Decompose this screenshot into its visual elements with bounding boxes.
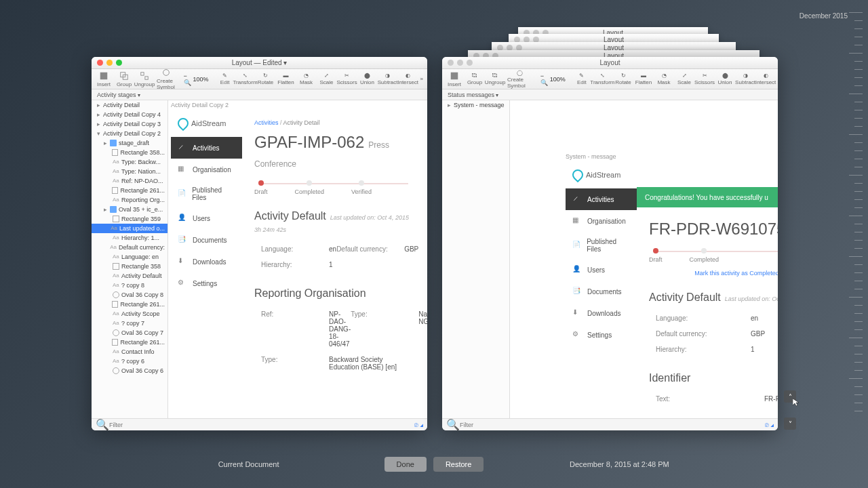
scale-button[interactable]: ⤢Scale	[319, 73, 335, 85]
layer-item[interactable]: AaActivity Default	[92, 271, 167, 281]
version-next-button[interactable]: ˅	[784, 418, 796, 430]
union-button[interactable]: ⬤Union	[359, 73, 376, 85]
nav-published-files[interactable]: 📄Published Files	[171, 180, 242, 207]
layer-item[interactable]: ▸Activity Detail Copy 4	[92, 110, 167, 119]
more-icon[interactable]: »	[420, 76, 423, 82]
layer-item[interactable]: Aa? copy 6	[92, 357, 167, 366]
layer-item[interactable]: AaContact Info	[92, 347, 167, 357]
filter-bar[interactable]: 🔍 ⎚ ◢	[92, 418, 427, 430]
nav-documents[interactable]: 📑Documents	[171, 229, 242, 251]
ungroup-button[interactable]: ⿻Ungroup	[487, 73, 503, 85]
layer-item[interactable]: Rectangle 358...	[92, 148, 167, 157]
filter-bar[interactable]: 🔍 ⎚ ◢	[442, 418, 778, 430]
subtract-button[interactable]: ◑Subtract	[737, 73, 753, 85]
nav-published-files[interactable]: 📄Published Files	[566, 232, 637, 259]
transform-button[interactable]: ⤡Transform	[237, 73, 254, 85]
layer-item[interactable]: Rectangle 261...	[92, 186, 167, 195]
insert-button[interactable]: Insert	[96, 71, 112, 87]
intersect-button[interactable]: ◐Intersect	[757, 73, 774, 85]
layer-item[interactable]: Rectangle 261...	[92, 338, 167, 347]
canvas-left[interactable]: Activity Detail Copy 2 AidStream ⟋Activi…	[168, 100, 427, 418]
layer-item[interactable]: ▸stage_draft	[92, 138, 167, 148]
layers-panel[interactable]: ▸Activity Detail▸Activity Detail Copy 4▸…	[92, 100, 168, 418]
restore-button[interactable]: Restore	[433, 457, 484, 472]
layer-item[interactable]: Rectangle 358	[92, 262, 167, 271]
rotate-button[interactable]: ↻Rotate	[258, 73, 274, 85]
layer-item[interactable]: Rectangle 261...	[92, 300, 167, 309]
insert-button[interactable]: Insert	[446, 71, 462, 87]
layer-item[interactable]: ▸Activity Detail	[92, 100, 167, 110]
titlebar-right[interactable]: Layout	[442, 57, 778, 69]
layer-item[interactable]: ▸System - message	[442, 100, 509, 110]
canvas-right[interactable]: System - message AidStream ⟋Activities▦O…	[510, 100, 778, 418]
nav-settings[interactable]: ⚙Settings	[566, 324, 637, 346]
mask-button[interactable]: ◔Mask	[656, 73, 672, 85]
edit-button[interactable]: ✎Edit	[574, 73, 590, 85]
layer-item[interactable]: Aa? copy 8	[92, 281, 167, 290]
intersect-button[interactable]: ◐Intersect	[400, 73, 416, 85]
zoom-control[interactable]: − 🔍 100%	[184, 73, 209, 86]
titlebar-left[interactable]: Layout — Edited ▾	[92, 57, 427, 69]
rotate-button[interactable]: ↻Rotate	[615, 73, 631, 85]
layer-item[interactable]: Oval 36 Copy 6	[92, 366, 167, 375]
create-symbol-button[interactable]: Create Symbol	[157, 68, 176, 90]
layers-panel[interactable]: ▸System - message	[442, 100, 510, 418]
breadcrumb-bar[interactable]: Status messages	[442, 89, 778, 100]
zoom-control[interactable]: − 🔍 100%	[540, 73, 566, 86]
scale-button[interactable]: ⤢Scale	[676, 73, 692, 85]
filter-input[interactable]	[109, 422, 414, 428]
layer-item[interactable]: Rectangle 359	[92, 214, 167, 224]
nav-downloads[interactable]: ⬇Downloads	[566, 302, 637, 324]
group-button[interactable]: ⿻Group	[467, 73, 483, 85]
layer-item[interactable]: AaDefault currency:	[92, 243, 167, 252]
zoom-icon[interactable]	[116, 60, 122, 66]
layer-item[interactable]: ▸Oval 35 + ic_e...	[92, 205, 167, 214]
layer-item[interactable]: AaType: Backw...	[92, 157, 167, 167]
union-button[interactable]: ⬤Union	[717, 73, 733, 85]
nav-documents[interactable]: 📑Documents	[566, 281, 637, 302]
layer-item[interactable]: AaLanguage: en	[92, 252, 167, 262]
close-icon[interactable]	[97, 60, 103, 66]
ungroup-button[interactable]: Ungroup	[136, 71, 153, 87]
transform-button[interactable]: ⤡Transform	[594, 73, 611, 85]
layer-item[interactable]: Oval 36 Copy 8	[92, 290, 167, 300]
filter-input[interactable]	[460, 422, 765, 428]
layer-item[interactable]: Aa? copy 7	[92, 319, 167, 328]
layer-item[interactable]: ▸Activity Detail Copy 3	[92, 119, 167, 129]
flatten-button[interactable]: ▬Flatten	[635, 73, 652, 85]
layer-item[interactable]: ▾Activity Detail Copy 2	[92, 129, 167, 138]
layer-item[interactable]: Oval 36 Copy 7	[92, 328, 167, 338]
layer-item[interactable]: AaReporting Org...	[92, 195, 167, 205]
app-logo: AidStream	[171, 110, 242, 137]
nav-activities[interactable]: ⟋Activities	[566, 188, 637, 210]
nav-organisation[interactable]: ▦Organisation	[566, 210, 637, 232]
subtract-button[interactable]: ◑Subtract	[380, 73, 396, 85]
cursor-icon	[793, 399, 801, 407]
scissors-button[interactable]: ✂Scissors	[696, 73, 713, 85]
nav-organisation[interactable]: ▦Organisation	[171, 159, 242, 180]
nav-users[interactable]: 👤Users	[171, 207, 242, 229]
layer-item[interactable]: AaLast updated o...	[92, 224, 167, 233]
done-button[interactable]: Done	[384, 457, 427, 472]
stage-completed: Completed	[690, 248, 719, 263]
flatten-button[interactable]: ▬Flatten	[278, 73, 294, 85]
layer-item[interactable]: AaActivity Scope	[92, 309, 167, 319]
breadcrumb-bar[interactable]: Activity stages	[92, 89, 427, 100]
scissors-button[interactable]: ✂Scissors	[339, 73, 355, 85]
create-symbol-button[interactable]: ◯Create Symbol	[507, 70, 532, 89]
mark-completed-link[interactable]: Mark this activity as Completed	[649, 270, 778, 277]
filter-options-icon[interactable]: ⎚ ◢	[414, 422, 423, 428]
edit-button[interactable]: ✎Edit	[217, 73, 233, 85]
layer-item[interactable]: AaRef: NP-DAO...	[92, 176, 167, 186]
nav-settings[interactable]: ⚙Settings	[171, 272, 242, 294]
group-button[interactable]: Group	[116, 71, 132, 87]
nav-downloads[interactable]: ⬇Downloads	[171, 251, 242, 272]
nav-activities[interactable]: ⟋Activities	[171, 137, 242, 159]
layer-item[interactable]: AaHierarchy: 1...	[92, 233, 167, 243]
layer-item[interactable]: AaType: Nation...	[92, 167, 167, 176]
version-timeline[interactable]	[846, 12, 863, 446]
nav-users[interactable]: 👤Users	[566, 259, 637, 281]
minimize-icon[interactable]	[106, 60, 113, 66]
filter-options-icon[interactable]: ⎚ ◢	[765, 422, 774, 428]
mask-button[interactable]: ◔Mask	[298, 73, 315, 85]
